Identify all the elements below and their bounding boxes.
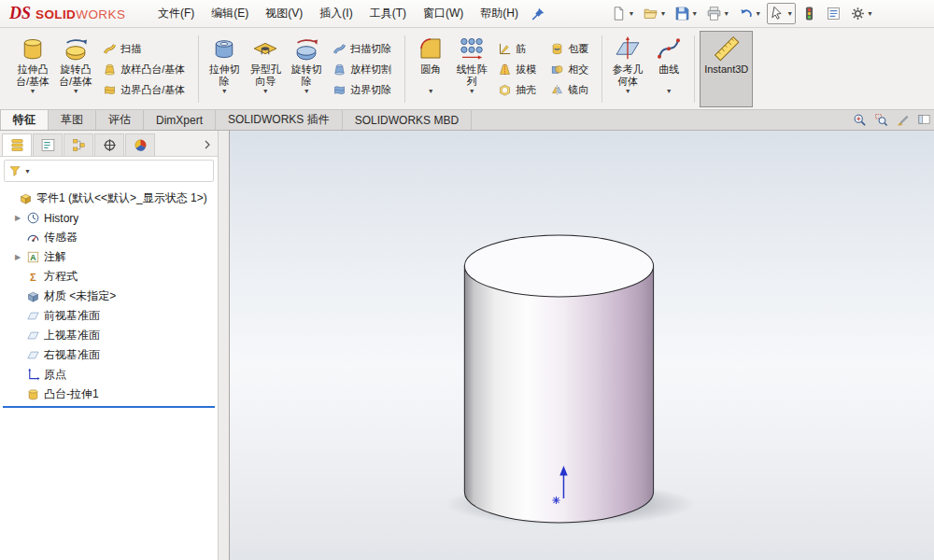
mirror-button[interactable]: 镜向	[546, 80, 595, 100]
filter-dropdown[interactable]: ▼	[24, 168, 31, 175]
tree-item-4[interactable]: 材质 <未指定>	[0, 287, 218, 306]
ribbon-group-2: 圆角▼线性阵列▼筋拔模抽壳包覆相交镜向	[408, 31, 599, 107]
tree-item-0[interactable]: ▶History	[0, 208, 218, 228]
revolved-boss-base-label: 旋转凸台/基体	[59, 63, 92, 88]
command-tab-4[interactable]: SOLIDWORKS 插件	[216, 110, 343, 130]
open-button[interactable]: ▼	[640, 3, 669, 24]
open-dropdown[interactable]: ▼	[659, 10, 666, 17]
revolved-cut-dropdown[interactable]: ▼	[304, 88, 310, 94]
cylinder-model[interactable]	[464, 235, 653, 523]
display-pane-button[interactable]	[917, 113, 931, 127]
file-properties-button[interactable]	[823, 3, 844, 24]
panel-splitter[interactable]	[219, 131, 230, 560]
instant3d-button[interactable]: Instant3D	[700, 31, 753, 107]
extruded-boss-base-dropdown[interactable]: ▼	[30, 88, 36, 94]
boundary-cut-label: 边界切除	[350, 83, 391, 97]
rib-button[interactable]: 筋	[494, 39, 543, 59]
new-document-dropdown[interactable]: ▼	[628, 10, 634, 17]
hole-wizard-dropdown[interactable]: ▼	[262, 88, 269, 94]
tree-item-root[interactable]: 零件1 (默认<<默认>_显示状态 1>)	[0, 189, 218, 208]
print-button[interactable]: ▼	[703, 3, 732, 24]
new-document-button[interactable]: ▼	[608, 3, 637, 24]
extruded-cut-button[interactable]: 拉伸切除▼	[204, 31, 245, 107]
tree-item-2[interactable]: ▶A注解	[0, 247, 218, 267]
rollback-bar[interactable]	[3, 406, 215, 408]
options-button[interactable]: ▼	[847, 3, 876, 24]
hole-wizard-button[interactable]: 异型孔向导▼	[245, 31, 286, 107]
save-button[interactable]: ▼	[672, 3, 700, 24]
save-dropdown[interactable]: ▼	[691, 10, 698, 17]
display-manager-tab[interactable]	[125, 133, 155, 156]
tree-item-3[interactable]: Σ方程式	[0, 267, 218, 287]
property-manager-tab[interactable]	[33, 133, 63, 156]
boundary-cut-button[interactable]: 边界切除	[329, 80, 398, 100]
extrude-boss-icon	[19, 35, 47, 63]
command-tab-0[interactable]: 特征	[0, 110, 49, 130]
lofted-cut-button[interactable]: 放样切割	[329, 60, 398, 79]
section-view-button[interactable]	[896, 113, 910, 127]
command-tab-2[interactable]: 评估	[96, 110, 144, 130]
menu-item-1[interactable]: 编辑(E)	[203, 0, 257, 27]
tree-item-9[interactable]: 凸台-拉伸1	[0, 385, 218, 404]
configuration-manager-tab[interactable]	[64, 133, 93, 156]
fillet-dropdown[interactable]: ▼	[428, 88, 434, 94]
command-tab-3[interactable]: DimXpert	[144, 110, 216, 130]
graphics-viewport[interactable]	[230, 131, 934, 560]
menu-item-3[interactable]: 插入(I)	[311, 0, 361, 27]
options-dropdown[interactable]: ▼	[867, 10, 873, 17]
intersect-button[interactable]: 相交	[546, 60, 595, 79]
menu-item-5[interactable]: 窗口(W)	[415, 0, 472, 27]
menu-item-4[interactable]: 工具(T)	[361, 0, 415, 27]
shell-button[interactable]: 抽壳	[494, 80, 543, 100]
tree-item-7[interactable]: 右视基准面	[0, 345, 218, 365]
curves-dropdown[interactable]: ▼	[666, 88, 672, 94]
extruded-cut-dropdown[interactable]: ▼	[221, 88, 228, 94]
panel-tabs-overflow[interactable]	[199, 133, 216, 156]
select-button[interactable]: ▼	[767, 3, 796, 24]
draft-button[interactable]: 拔模	[494, 60, 543, 79]
tree-item-label: 方程式	[44, 269, 78, 285]
swept-cut-button[interactable]: 扫描切除	[329, 39, 398, 59]
wrap-button[interactable]: 包覆	[546, 39, 595, 59]
revolved-boss-base-button[interactable]: 旋转凸台/基体▼	[54, 31, 97, 107]
fillet-button[interactable]: 圆角▼	[410, 31, 451, 107]
menu-item-0[interactable]: 文件(F)	[149, 0, 203, 27]
feature-manager-tab[interactable]	[2, 133, 32, 156]
save-icon	[674, 6, 690, 21]
print-dropdown[interactable]: ▼	[723, 10, 729, 17]
expand-arrow[interactable]: ▶	[13, 214, 22, 222]
fillet-icon	[417, 35, 445, 63]
menu-item-6[interactable]: 帮助(H)	[472, 0, 527, 27]
reference-geometry-button[interactable]: 参考几何体▼	[607, 31, 648, 107]
ribbon-group-4: Instant3D	[698, 31, 755, 107]
toolbar-pin[interactable]	[531, 7, 545, 21]
menu-item-2[interactable]: 视图(V)	[257, 0, 311, 27]
zoom-to-fit-button[interactable]	[853, 113, 867, 127]
curves-button[interactable]: 曲线▼	[648, 31, 689, 107]
tree-item-5[interactable]: 前视基准面	[0, 306, 218, 326]
dimxpert-manager-tab[interactable]	[94, 133, 124, 156]
revolved-boss-base-dropdown[interactable]: ▼	[73, 88, 79, 94]
zoom-area-button[interactable]	[874, 113, 888, 127]
linear-pattern-dropdown[interactable]: ▼	[469, 88, 475, 94]
linear-pattern-button[interactable]: 线性阵列▼	[451, 31, 492, 107]
command-tab-1[interactable]: 草图	[49, 110, 96, 130]
tree-item-6[interactable]: 上视基准面	[0, 326, 218, 345]
print-icon	[706, 6, 722, 21]
filter-input[interactable]	[33, 162, 209, 179]
swept-boss-base-button[interactable]: 扫描	[99, 39, 191, 59]
tree-item-1[interactable]: 传感器	[0, 228, 218, 247]
extruded-boss-base-button[interactable]: 拉伸凸台/基体▼	[11, 31, 54, 107]
undo-button[interactable]: ▼	[735, 3, 764, 24]
select-dropdown[interactable]: ▼	[786, 10, 793, 17]
tree-item-8[interactable]: 原点	[0, 365, 218, 385]
lofted-boss-base-button[interactable]: 放样凸台/基体	[99, 60, 191, 79]
revolved-cut-button[interactable]: 旋转切除▼	[286, 31, 327, 107]
undo-dropdown[interactable]: ▼	[755, 10, 761, 17]
reference-geometry-dropdown[interactable]: ▼	[625, 88, 631, 94]
mirror-icon	[550, 83, 564, 97]
boundary-boss-base-button[interactable]: 边界凸台/基体	[99, 80, 191, 100]
rebuild-button[interactable]	[799, 3, 820, 24]
command-tab-5[interactable]: SOLIDWORKS MBD	[343, 110, 472, 130]
expand-arrow[interactable]: ▶	[13, 253, 22, 261]
